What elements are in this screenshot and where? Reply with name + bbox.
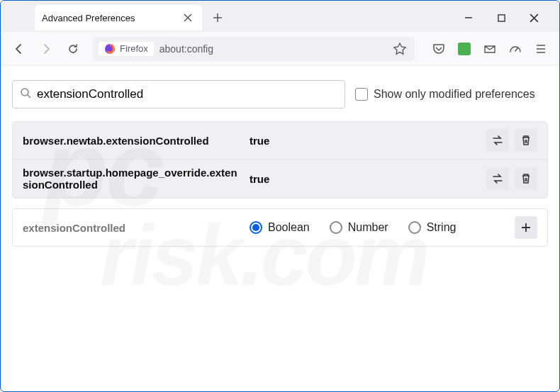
- radio-number[interactable]: Number: [330, 221, 388, 234]
- show-modified-checkbox[interactable]: Show only modified preferences: [355, 88, 535, 101]
- pref-value: true: [250, 173, 479, 185]
- radio-circle-icon: [250, 221, 262, 234]
- back-button[interactable]: [8, 38, 30, 60]
- svg-rect-0: [498, 14, 504, 21]
- url-text: about:config: [159, 43, 391, 55]
- window-controls: [460, 9, 554, 26]
- svg-point-2: [21, 89, 28, 96]
- search-icon: [20, 87, 31, 101]
- add-pref-button[interactable]: [515, 216, 537, 239]
- checkbox-box: [355, 88, 368, 101]
- forward-button[interactable]: [35, 38, 57, 60]
- close-tab-icon[interactable]: [181, 11, 195, 25]
- pref-row[interactable]: browser.newtab.extensionControlled true: [13, 122, 547, 159]
- pref-list: browser.newtab.extensionControlled true …: [12, 121, 548, 198]
- type-radio-group: Boolean Number String: [250, 221, 508, 234]
- pref-row[interactable]: browser.startup.homepage_override.extens…: [13, 159, 547, 198]
- toolbar: Firefox about:config: [1, 32, 559, 66]
- firefox-logo-icon: [104, 43, 116, 55]
- pref-name: browser.startup.homepage_override.extens…: [23, 167, 242, 191]
- tab-title: Advanced Preferences: [42, 13, 181, 23]
- radio-label: Boolean: [268, 221, 310, 234]
- identity-box[interactable]: Firefox: [99, 42, 154, 56]
- pref-name: browser.newtab.extensionControlled: [23, 135, 242, 147]
- bookmark-star-icon[interactable]: [391, 40, 409, 58]
- extension-icon[interactable]: [453, 38, 476, 60]
- speed-icon[interactable]: [504, 38, 527, 60]
- toggle-button[interactable]: [486, 129, 509, 152]
- radio-boolean[interactable]: Boolean: [250, 221, 310, 234]
- toggle-button[interactable]: [486, 167, 509, 190]
- new-tab-button[interactable]: [206, 6, 229, 29]
- delete-button[interactable]: [515, 167, 537, 190]
- config-content: Show only modified preferences browser.n…: [1, 66, 559, 261]
- config-search-input[interactable]: [37, 87, 337, 101]
- minimize-button[interactable]: [460, 9, 477, 26]
- new-pref-name: extensionControlled: [23, 222, 242, 234]
- pref-value: true: [250, 135, 479, 147]
- tab-bar: Advanced Preferences: [1, 1, 559, 32]
- mail-icon[interactable]: [478, 38, 501, 60]
- reload-button[interactable]: [62, 38, 84, 60]
- url-bar[interactable]: Firefox about:config: [93, 37, 415, 61]
- config-search-box[interactable]: [12, 80, 345, 108]
- identity-label: Firefox: [120, 43, 148, 54]
- delete-button[interactable]: [515, 129, 537, 152]
- menu-icon[interactable]: [530, 38, 552, 60]
- radio-label: Number: [348, 221, 388, 234]
- radio-label: String: [427, 221, 457, 234]
- show-modified-label: Show only modified preferences: [374, 88, 535, 101]
- maximize-button[interactable]: [493, 9, 510, 26]
- browser-tab[interactable]: Advanced Preferences: [35, 5, 202, 30]
- pocket-icon[interactable]: [427, 38, 450, 60]
- close-window-button[interactable]: [525, 9, 542, 26]
- radio-circle-icon: [408, 221, 421, 234]
- new-pref-row: extensionControlled Boolean Number Strin…: [12, 208, 548, 247]
- radio-circle-icon: [330, 221, 342, 234]
- radio-string[interactable]: String: [408, 221, 457, 234]
